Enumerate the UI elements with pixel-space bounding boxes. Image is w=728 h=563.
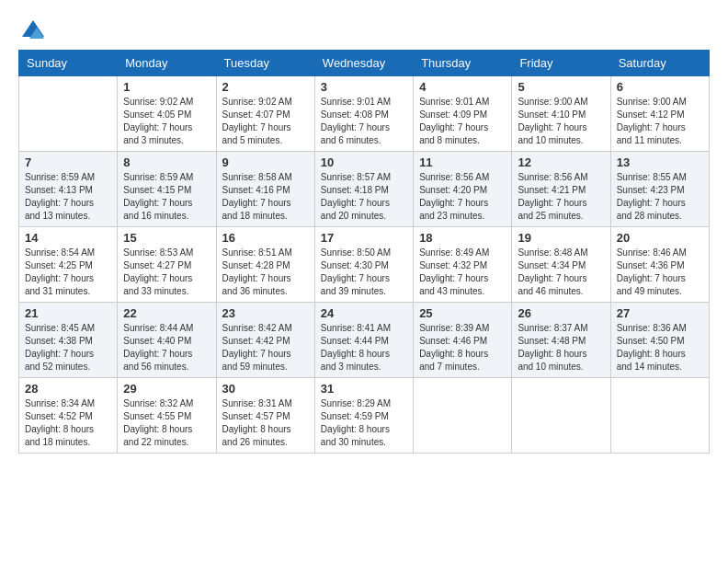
calendar-header-wednesday: Wednesday xyxy=(314,51,413,76)
calendar-cell: 30Sunrise: 8:31 AMSunset: 4:57 PMDayligh… xyxy=(216,378,314,454)
calendar-cell: 25Sunrise: 8:39 AMSunset: 4:46 PMDayligh… xyxy=(414,303,512,378)
day-info: Sunrise: 9:00 AMSunset: 4:12 PMDaylight:… xyxy=(617,96,703,147)
day-number: 14 xyxy=(25,231,111,245)
day-info: Sunrise: 8:37 AMSunset: 4:48 PMDaylight:… xyxy=(518,322,604,373)
day-info: Sunrise: 8:39 AMSunset: 4:46 PMDaylight:… xyxy=(419,322,506,373)
calendar-week-row: 14Sunrise: 8:54 AMSunset: 4:25 PMDayligh… xyxy=(19,227,710,303)
day-info: Sunrise: 8:31 AMSunset: 4:57 PMDaylight:… xyxy=(222,397,309,449)
calendar-week-row: 7Sunrise: 8:59 AMSunset: 4:13 PMDaylight… xyxy=(19,152,710,227)
day-number: 5 xyxy=(518,80,604,94)
day-number: 13 xyxy=(617,155,703,169)
calendar-cell: 5Sunrise: 9:00 AMSunset: 4:10 PMDaylight… xyxy=(512,76,610,152)
day-info: Sunrise: 8:58 AMSunset: 4:16 PMDaylight:… xyxy=(222,171,309,223)
calendar-header-row: SundayMondayTuesdayWednesdayThursdayFrid… xyxy=(19,51,710,76)
calendar-cell: 13Sunrise: 8:55 AMSunset: 4:23 PMDayligh… xyxy=(610,152,709,227)
calendar-cell: 10Sunrise: 8:57 AMSunset: 4:18 PMDayligh… xyxy=(314,152,413,227)
calendar-cell: 26Sunrise: 8:37 AMSunset: 4:48 PMDayligh… xyxy=(512,303,610,378)
calendar-cell: 3Sunrise: 9:01 AMSunset: 4:08 PMDaylight… xyxy=(314,76,413,152)
day-number: 19 xyxy=(518,231,604,245)
calendar-cell: 24Sunrise: 8:41 AMSunset: 4:44 PMDayligh… xyxy=(314,303,413,378)
calendar-cell: 8Sunrise: 8:59 AMSunset: 4:15 PMDaylight… xyxy=(118,152,216,227)
calendar-cell xyxy=(19,76,118,152)
day-number: 26 xyxy=(518,306,604,320)
logo xyxy=(18,18,46,40)
calendar-header-thursday: Thursday xyxy=(414,51,512,76)
calendar-cell: 6Sunrise: 9:00 AMSunset: 4:12 PMDaylight… xyxy=(610,76,709,152)
day-info: Sunrise: 8:48 AMSunset: 4:34 PMDaylight:… xyxy=(518,247,604,298)
day-info: Sunrise: 8:59 AMSunset: 4:15 PMDaylight:… xyxy=(123,171,210,223)
calendar-week-row: 1Sunrise: 9:02 AMSunset: 4:05 PMDaylight… xyxy=(19,76,710,152)
calendar-cell: 20Sunrise: 8:46 AMSunset: 4:36 PMDayligh… xyxy=(610,227,709,303)
day-number: 3 xyxy=(321,80,407,94)
calendar-cell: 11Sunrise: 8:56 AMSunset: 4:20 PMDayligh… xyxy=(414,152,512,227)
calendar-cell: 31Sunrise: 8:29 AMSunset: 4:59 PMDayligh… xyxy=(314,378,413,454)
calendar-header-saturday: Saturday xyxy=(610,51,709,76)
day-info: Sunrise: 8:57 AMSunset: 4:18 PMDaylight:… xyxy=(321,171,407,223)
calendar-cell: 9Sunrise: 8:58 AMSunset: 4:16 PMDaylight… xyxy=(216,152,314,227)
day-number: 4 xyxy=(419,80,506,94)
day-number: 10 xyxy=(321,155,407,169)
calendar-cell: 1Sunrise: 9:02 AMSunset: 4:05 PMDaylight… xyxy=(118,76,216,152)
page-header xyxy=(18,18,710,40)
day-info: Sunrise: 8:49 AMSunset: 4:32 PMDaylight:… xyxy=(419,247,506,298)
calendar-cell: 2Sunrise: 9:02 AMSunset: 4:07 PMDaylight… xyxy=(216,76,314,152)
day-number: 12 xyxy=(518,155,604,169)
day-info: Sunrise: 8:55 AMSunset: 4:23 PMDaylight:… xyxy=(617,171,703,223)
day-number: 17 xyxy=(321,231,407,245)
day-number: 28 xyxy=(25,382,111,396)
day-number: 23 xyxy=(222,306,309,320)
calendar-cell xyxy=(414,378,512,454)
day-info: Sunrise: 8:56 AMSunset: 4:20 PMDaylight:… xyxy=(419,171,506,223)
calendar-cell xyxy=(610,378,709,454)
logo-icon xyxy=(20,18,46,44)
day-info: Sunrise: 9:01 AMSunset: 4:09 PMDaylight:… xyxy=(419,96,506,147)
calendar-cell: 18Sunrise: 8:49 AMSunset: 4:32 PMDayligh… xyxy=(414,227,512,303)
calendar-cell: 17Sunrise: 8:50 AMSunset: 4:30 PMDayligh… xyxy=(314,227,413,303)
calendar-table: SundayMondayTuesdayWednesdayThursdayFrid… xyxy=(18,50,710,454)
day-info: Sunrise: 9:01 AMSunset: 4:08 PMDaylight:… xyxy=(321,96,407,147)
calendar-cell: 16Sunrise: 8:51 AMSunset: 4:28 PMDayligh… xyxy=(216,227,314,303)
day-number: 1 xyxy=(123,80,210,94)
calendar-cell: 7Sunrise: 8:59 AMSunset: 4:13 PMDaylight… xyxy=(19,152,118,227)
day-info: Sunrise: 8:34 AMSunset: 4:52 PMDaylight:… xyxy=(25,397,111,449)
day-info: Sunrise: 8:32 AMSunset: 4:55 PMDaylight:… xyxy=(123,397,210,449)
day-info: Sunrise: 8:41 AMSunset: 4:44 PMDaylight:… xyxy=(321,322,407,373)
day-number: 31 xyxy=(321,382,407,396)
calendar-header-tuesday: Tuesday xyxy=(216,51,314,76)
day-info: Sunrise: 8:36 AMSunset: 4:50 PMDaylight:… xyxy=(617,322,703,373)
day-info: Sunrise: 8:46 AMSunset: 4:36 PMDaylight:… xyxy=(617,247,703,298)
day-number: 20 xyxy=(617,231,703,245)
day-info: Sunrise: 8:53 AMSunset: 4:27 PMDaylight:… xyxy=(123,247,210,298)
calendar-cell: 23Sunrise: 8:42 AMSunset: 4:42 PMDayligh… xyxy=(216,303,314,378)
day-number: 2 xyxy=(222,80,309,94)
calendar-cell: 15Sunrise: 8:53 AMSunset: 4:27 PMDayligh… xyxy=(118,227,216,303)
day-info: Sunrise: 9:02 AMSunset: 4:07 PMDaylight:… xyxy=(222,96,309,147)
day-info: Sunrise: 8:56 AMSunset: 4:21 PMDaylight:… xyxy=(518,171,604,223)
calendar-cell: 19Sunrise: 8:48 AMSunset: 4:34 PMDayligh… xyxy=(512,227,610,303)
calendar-week-row: 21Sunrise: 8:45 AMSunset: 4:38 PMDayligh… xyxy=(19,303,710,378)
day-info: Sunrise: 8:44 AMSunset: 4:40 PMDaylight:… xyxy=(123,322,210,373)
calendar-header-sunday: Sunday xyxy=(19,51,118,76)
day-number: 22 xyxy=(123,306,210,320)
day-info: Sunrise: 8:51 AMSunset: 4:28 PMDaylight:… xyxy=(222,247,309,298)
calendar-cell xyxy=(512,378,610,454)
day-number: 27 xyxy=(617,306,703,320)
day-number: 15 xyxy=(123,231,210,245)
day-number: 7 xyxy=(25,155,111,169)
day-info: Sunrise: 8:42 AMSunset: 4:42 PMDaylight:… xyxy=(222,322,309,373)
day-number: 21 xyxy=(25,306,111,320)
calendar-cell: 14Sunrise: 8:54 AMSunset: 4:25 PMDayligh… xyxy=(19,227,118,303)
calendar-cell: 21Sunrise: 8:45 AMSunset: 4:38 PMDayligh… xyxy=(19,303,118,378)
day-info: Sunrise: 8:29 AMSunset: 4:59 PMDaylight:… xyxy=(321,397,407,449)
calendar-header-monday: Monday xyxy=(118,51,216,76)
calendar-cell: 29Sunrise: 8:32 AMSunset: 4:55 PMDayligh… xyxy=(118,378,216,454)
calendar-week-row: 28Sunrise: 8:34 AMSunset: 4:52 PMDayligh… xyxy=(19,378,710,454)
calendar-cell: 4Sunrise: 9:01 AMSunset: 4:09 PMDaylight… xyxy=(414,76,512,152)
day-number: 11 xyxy=(419,155,506,169)
calendar-cell: 27Sunrise: 8:36 AMSunset: 4:50 PMDayligh… xyxy=(610,303,709,378)
day-info: Sunrise: 9:00 AMSunset: 4:10 PMDaylight:… xyxy=(518,96,604,147)
calendar-cell: 22Sunrise: 8:44 AMSunset: 4:40 PMDayligh… xyxy=(118,303,216,378)
day-number: 29 xyxy=(123,382,210,396)
day-number: 8 xyxy=(123,155,210,169)
day-number: 25 xyxy=(419,306,506,320)
